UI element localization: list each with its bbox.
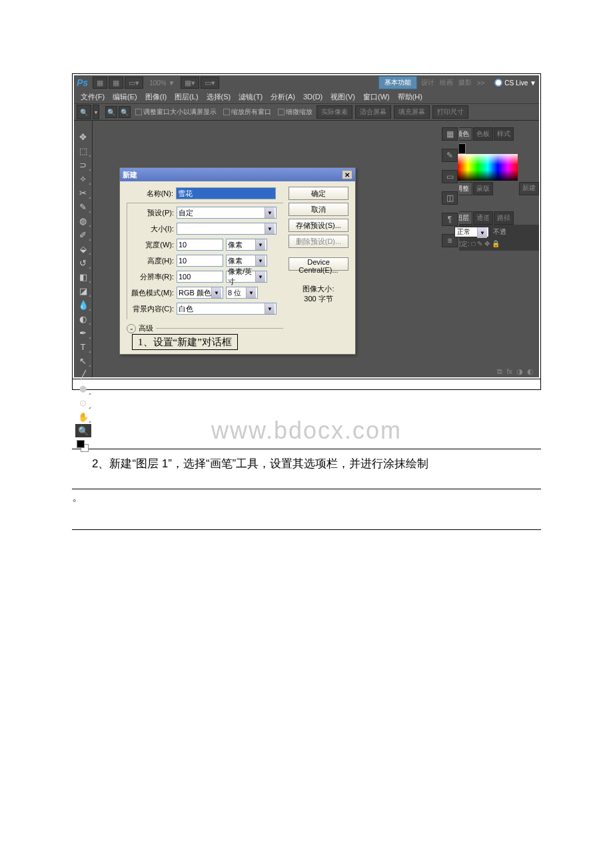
swatches-panel-tab[interactable]: 色板 bbox=[473, 127, 493, 141]
path-tool-icon[interactable]: ↖ bbox=[75, 354, 91, 367]
arrange-doc-icon[interactable]: ▭▾ bbox=[201, 77, 219, 89]
print-size-button[interactable]: 打印尺寸 bbox=[432, 105, 468, 119]
fx-icon[interactable]: fx bbox=[506, 367, 512, 375]
bitdepth-select[interactable]: 8 位 bbox=[226, 287, 258, 299]
current-tool-zoom-icon[interactable]: 🔍 bbox=[77, 105, 91, 119]
dialog-close-icon[interactable]: ✕ bbox=[342, 170, 352, 179]
menu-help[interactable]: 帮助(H) bbox=[394, 91, 426, 103]
page-watermark: www.bdocx.com bbox=[0, 417, 613, 445]
bridge-icon[interactable]: ▦ bbox=[93, 77, 107, 89]
menu-analysis[interactable]: 分析(A) bbox=[267, 91, 299, 103]
fill-icon[interactable]: ◐ bbox=[527, 367, 534, 376]
crop-tool-icon[interactable]: ✂ bbox=[75, 186, 91, 199]
zoom-all-checkbox[interactable] bbox=[223, 109, 230, 115]
advanced-toggle-icon[interactable]: ⌄ bbox=[127, 324, 136, 333]
width-unit-select[interactable]: 像素 bbox=[226, 239, 267, 251]
workspace-essentials[interactable]: 基本功能 bbox=[378, 76, 417, 89]
fill-screen-button[interactable]: 填充屏幕 bbox=[394, 105, 430, 119]
width-input[interactable] bbox=[177, 239, 223, 251]
advanced-label[interactable]: 高级 bbox=[139, 323, 153, 333]
lasso-tool-icon[interactable]: ⊃ bbox=[75, 158, 91, 171]
panel-icon-clone-icon[interactable]: ▭ bbox=[442, 170, 458, 183]
pen-tool-icon[interactable]: ✒ bbox=[75, 326, 91, 339]
ok-button[interactable]: 确定 bbox=[289, 187, 348, 200]
paths-panel-tab[interactable]: 路径 bbox=[494, 211, 514, 225]
resolution-input[interactable] bbox=[177, 271, 223, 283]
tool-preset-dropdown[interactable]: ▾ bbox=[93, 105, 99, 119]
instruction-text: 2、新建“图层 1”，选择“画笔”工具，设置其选项栏，并进行涂抹绘制 bbox=[92, 457, 428, 470]
bgcontent-label: 背景内容(C): bbox=[127, 304, 174, 314]
type-tool-icon[interactable]: T bbox=[75, 340, 91, 353]
stamp-tool-icon[interactable]: ⬙ bbox=[75, 242, 91, 255]
styles-panel-tab[interactable]: 样式 bbox=[494, 127, 514, 141]
scrubby-zoom-checkbox[interactable] bbox=[278, 109, 285, 115]
link-icon[interactable]: ⧉ bbox=[497, 367, 502, 376]
history-brush-tool-icon[interactable]: ↺ bbox=[75, 256, 91, 269]
actual-pixels-button[interactable]: 实际像素 bbox=[316, 105, 352, 119]
workspace-painting[interactable]: 绘画 bbox=[440, 78, 453, 87]
menu-file[interactable]: 文件(F) bbox=[77, 91, 109, 103]
brush-tool-icon[interactable]: ✐ bbox=[75, 228, 91, 241]
resize-window-checkbox[interactable] bbox=[135, 109, 142, 115]
masks-panel-tab[interactable]: 蒙版 bbox=[473, 182, 493, 195]
panel-icon-history-icon[interactable]: ▦ bbox=[442, 127, 458, 141]
menu-view[interactable]: 视图(V) bbox=[326, 91, 359, 103]
color-swatches[interactable] bbox=[74, 440, 92, 453]
menu-window[interactable]: 窗口(W) bbox=[359, 91, 394, 103]
height-input[interactable] bbox=[177, 255, 223, 267]
magicwand-tool-icon[interactable]: ✧ bbox=[75, 172, 91, 185]
hand-tool-icon[interactable]: ✋ bbox=[75, 410, 91, 423]
screenmode-icon[interactable]: ▭▾ bbox=[125, 77, 143, 89]
resolution-unit-select[interactable]: 像素/英寸 bbox=[226, 271, 267, 283]
menu-edit[interactable]: 编辑(E) bbox=[109, 91, 141, 103]
color-spectrum[interactable] bbox=[458, 154, 518, 181]
panel-icon-swatch-icon[interactable]: ◫ bbox=[442, 191, 458, 205]
device-central-button[interactable]: Device Central(E)... bbox=[289, 257, 348, 271]
minibridge-icon[interactable]: ▦ bbox=[109, 77, 123, 89]
gradient-tool-icon[interactable]: ◪ bbox=[75, 284, 91, 297]
lock-row[interactable]: 锁定: □ ✎ ✥ 🔒 bbox=[454, 239, 537, 249]
mask-icon[interactable]: ◑ bbox=[516, 367, 523, 376]
3d-tool-icon[interactable]: ⬢ bbox=[75, 382, 91, 395]
blend-mode-select[interactable]: 正常 bbox=[454, 227, 489, 237]
panel-icon-brush-icon[interactable]: ✎ bbox=[442, 149, 458, 162]
workspace-photography[interactable]: 摄影 bbox=[458, 78, 472, 87]
line-tool-icon[interactable]: ╱ bbox=[75, 368, 91, 381]
size-label: 大小(I): bbox=[127, 224, 174, 234]
dialog-titlebar[interactable]: 新建 ✕ bbox=[120, 168, 355, 181]
zoom-level[interactable]: 100% ▼ bbox=[149, 79, 175, 87]
workspace-more[interactable]: >> bbox=[477, 79, 485, 87]
bgcontent-select[interactable]: 白色 bbox=[177, 303, 277, 315]
zoom-in-icon[interactable]: 🔍 bbox=[105, 106, 117, 118]
preset-select[interactable]: 自定 bbox=[177, 207, 277, 219]
eyedropper-tool-icon[interactable]: ✎ bbox=[75, 200, 91, 213]
blur-tool-icon[interactable]: 💧 bbox=[75, 298, 91, 311]
3d-camera-tool-icon[interactable]: ⊙ bbox=[75, 396, 91, 409]
move-tool-icon[interactable]: ✥ bbox=[75, 130, 91, 143]
menu-filter[interactable]: 滤镜(T) bbox=[235, 91, 267, 103]
cancel-button[interactable]: 取消 bbox=[289, 203, 348, 216]
menu-layer[interactable]: 图层(L) bbox=[171, 91, 202, 103]
panel-icon-char-icon[interactable]: ¶ bbox=[442, 213, 458, 226]
healing-tool-icon[interactable]: ◍ bbox=[75, 214, 91, 227]
channels-panel-tab[interactable]: 通道 bbox=[473, 211, 493, 225]
menu-image[interactable]: 图像(I) bbox=[141, 91, 171, 103]
marquee-tool-icon[interactable]: ⬚ bbox=[75, 144, 91, 157]
resize-window-label: 调整窗口大小以满屏显示 bbox=[143, 107, 217, 117]
new-adjustment-button[interactable]: 新建 bbox=[519, 182, 539, 195]
cslive-button[interactable]: CS Live ▼ bbox=[494, 79, 536, 87]
save-preset-button[interactable]: 存储预设(S)... bbox=[289, 219, 348, 232]
colormode-select[interactable]: RGB 颜色 bbox=[177, 287, 223, 299]
dodge-tool-icon[interactable]: ◐ bbox=[75, 312, 91, 325]
eraser-tool-icon[interactable]: ◧ bbox=[75, 270, 91, 283]
menu-3d[interactable]: 3D(D) bbox=[299, 91, 326, 102]
workspace-design[interactable]: 设计 bbox=[421, 78, 434, 87]
zoom-out-icon[interactable]: 🔍 bbox=[119, 106, 131, 118]
zoom-tool-icon[interactable]: 🔍 bbox=[75, 424, 91, 437]
arrange-grid-icon[interactable]: ▦▾ bbox=[181, 77, 199, 89]
foreground-color-swatch[interactable] bbox=[77, 440, 85, 448]
height-unit-select[interactable]: 像素 bbox=[226, 255, 267, 267]
menu-select[interactable]: 选择(S) bbox=[203, 91, 235, 103]
fit-screen-button[interactable]: 适合屏幕 bbox=[355, 105, 391, 119]
name-input[interactable] bbox=[176, 187, 276, 199]
